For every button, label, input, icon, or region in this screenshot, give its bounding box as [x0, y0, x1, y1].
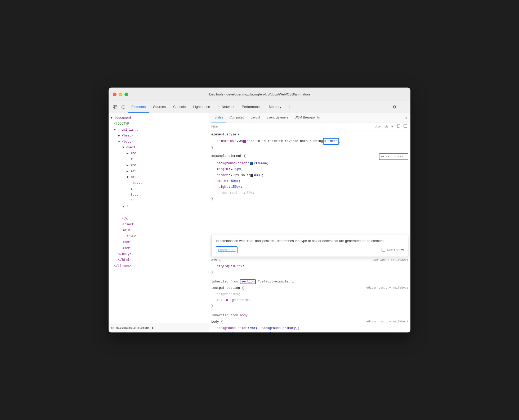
dom-line[interactable]: -bc... [109, 180, 209, 186]
inspect-icon[interactable] [111, 103, 119, 111]
dom-line[interactable]: </body> [109, 251, 209, 257]
cls-button[interactable]: .cls [383, 124, 389, 129]
dom-line[interactable]: ▼ #document [109, 115, 209, 121]
border-radius-expand[interactable]: ▶ [244, 191, 246, 195]
titlebar: DevTools - developer.mozilla.org/en-US/d… [109, 88, 410, 101]
dom-line[interactable]: ▶ <head> [109, 133, 209, 139]
close-button[interactable] [113, 93, 117, 96]
margin-expand[interactable]: ▶ [231, 167, 232, 172]
device-icon[interactable] [119, 103, 128, 111]
animation-name-value: slidein [323, 138, 339, 144]
hov-button[interactable]: :hov [374, 124, 382, 129]
add-rule-icon[interactable]: + [390, 124, 395, 129]
tooltip-popup: In combination with 'float' and 'positio… [211, 235, 408, 257]
learn-more-link[interactable]: Learn more [216, 246, 238, 254]
body-rule-header: body { editor-css...v=ae1feb6:1 [209, 319, 410, 325]
inherited-section-block: Inherited from section #default-example.… [209, 276, 410, 310]
tab-memory[interactable]: Memory [265, 101, 285, 113]
text-align-line: text-align : center ; [209, 297, 410, 303]
settings-icon[interactable]: ⚙ [390, 103, 399, 111]
dom-line[interactable]: </sect... [109, 222, 209, 227]
tab-network[interactable]: ⚠ Network [214, 101, 238, 113]
dom-line[interactable]: ▶ <nc... [109, 162, 209, 168]
tab-styles[interactable]: Styles [211, 113, 226, 122]
tooltip-footer: Learn more Don't show [216, 246, 404, 254]
dom-line[interactable]: <!DOCTYP... [109, 121, 209, 127]
border-expand[interactable]: ▶ [231, 173, 232, 177]
dom-line[interactable]: ▶ [109, 186, 209, 192]
body-bg-line: background-color : var(--background-prim… [209, 325, 410, 331]
tab-more[interactable]: » [285, 101, 294, 113]
dom-line[interactable]: ▼ <di... [109, 174, 209, 180]
dont-show-checkbox[interactable] [382, 248, 385, 252]
tab-elements[interactable]: Elements [128, 101, 149, 113]
tab-dom-breakpoints[interactable]: DOM Breakpoints [292, 113, 323, 122]
filter-input[interactable] [211, 125, 373, 128]
window-title: DevTools - developer.mozilla.org/en-US/d… [209, 92, 310, 96]
breadcrumb-mn[interactable]: mn [111, 326, 114, 330]
dom-line[interactable]: e">Cc... [109, 234, 209, 239]
dom-breadcrumb: mn div#example-element ▶ [109, 323, 209, 332]
width-line: width : 150px ; [209, 178, 410, 184]
inherited-body-tag[interactable]: body [240, 314, 248, 317]
devtools-right-icons: ⚙ ⋮ [390, 103, 408, 111]
dom-line[interactable]: </html> [109, 257, 209, 263]
body-source[interactable]: editor-css...v=ae1feb6:1 [366, 319, 408, 324]
animation-easing: ease-in 1s infinite reverse both running [247, 139, 323, 144]
border-color-swatch[interactable] [250, 174, 253, 177]
tab-computed[interactable]: Computed [226, 113, 247, 122]
more-icon[interactable]: ⋮ [400, 103, 408, 111]
breadcrumb-element[interactable]: div#example-element [116, 326, 150, 330]
body-color-value-wrap: var(--text-primary) [232, 331, 271, 332]
animation-expand[interactable]: ▶ [237, 139, 238, 144]
dom-line[interactable]: </c... [109, 216, 209, 222]
tab-lighthouse-label: Lighthouse [193, 105, 210, 109]
styles-panel: Styles Computed Layout Event Listeners D… [209, 113, 410, 332]
border-color-value: #333 [254, 173, 262, 178]
dom-line[interactable]: <scr: [109, 239, 209, 245]
tab-performance-label: Performance [242, 105, 261, 109]
toggle-sidebar-icon[interactable] [402, 124, 408, 129]
minimize-button[interactable] [119, 93, 122, 96]
tab-network-label: Network [222, 105, 234, 109]
bg-color-value: #1766aa [253, 161, 267, 166]
text-align-value: center [239, 298, 250, 303]
dom-line[interactable]: ▼ <sect... [109, 145, 209, 150]
tab-memory-label: Memory [269, 105, 281, 109]
copy-styles-icon[interactable] [396, 124, 401, 129]
dom-line[interactable]: ▶ <di... [109, 168, 209, 174]
tab-console[interactable]: Console [169, 101, 190, 113]
dom-line[interactable]: t... [109, 192, 209, 198]
tab-sources[interactable]: Sources [149, 101, 169, 113]
border-value1: 5px solid [233, 173, 250, 178]
animation-css-source[interactable]: animation.css:1 [379, 153, 408, 160]
styles-more-icon[interactable]: » [404, 115, 408, 121]
inherited-section-tag[interactable]: section [240, 279, 256, 284]
output-section-source[interactable]: editor-css...v=ae1feb6:1 [366, 285, 408, 290]
dom-line[interactable]: ▼ <body> [109, 139, 209, 145]
dom-line[interactable]: </iframe> [109, 263, 209, 269]
styles-content: element.style { animation : ▶ 3s ease-in… [209, 130, 410, 332]
dom-line[interactable]: ▼ * [109, 204, 209, 210]
tab-console-label: Console [173, 105, 186, 109]
bg-color-line: background-color : #1766aa ; [209, 161, 410, 166]
dom-line[interactable]: <scr: [109, 245, 209, 251]
dom-line[interactable]: * [109, 198, 209, 204]
tab-layout[interactable]: Layout [247, 113, 263, 122]
dom-line[interactable]: f... [109, 157, 209, 162]
svg-rect-2 [115, 105, 117, 107]
animation-color-swatch[interactable] [243, 140, 246, 143]
tab-elements-label: Elements [131, 105, 146, 109]
bg-color-swatch[interactable] [250, 162, 253, 165]
dom-line[interactable]: ▶ <he... [109, 150, 209, 156]
dom-line[interactable]: <div [109, 227, 209, 233]
tab-performance[interactable]: Performance [238, 101, 265, 113]
dom-line[interactable]: ... [109, 210, 209, 216]
maximize-button[interactable] [124, 93, 128, 96]
div-ua-header: div { user agent stylesheet [209, 257, 410, 263]
tab-lighthouse[interactable]: Lighthouse [190, 101, 214, 113]
filter-bar: :hov .cls + [209, 122, 410, 130]
breadcrumb-next-icon[interactable]: ▶ [152, 326, 154, 330]
tab-event-listeners[interactable]: Event Listeners [263, 113, 292, 122]
dom-line[interactable]: ▼ <html la... [109, 127, 209, 133]
